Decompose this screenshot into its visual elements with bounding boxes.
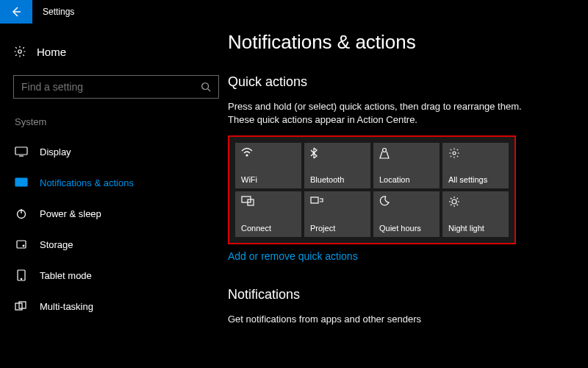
sidebar-item-power[interactable]: Power & sleep [13,198,228,229]
search-box[interactable] [13,75,219,99]
notifications-description: Get notifications from apps and other se… [228,313,544,326]
titlebar: Settings [0,0,588,24]
qa-tile-location[interactable]: Location [373,143,440,188]
qa-tile-allsettings[interactable]: All settings [442,143,509,188]
qa-tile-bluetooth[interactable]: Bluetooth [304,143,370,188]
sidebar-item-tablet[interactable]: Tablet mode [13,260,228,291]
svg-point-1 [202,83,209,90]
storage-icon [15,238,28,250]
wifi-icon [241,147,295,159]
sidebar: Home System Display Notifications & acti… [0,24,228,368]
qa-tile-quiethours[interactable]: Quiet hours [373,191,440,237]
window-title: Settings [43,7,74,17]
svg-point-17 [452,199,456,204]
sun-icon [448,196,503,208]
sidebar-item-label: Storage [40,239,74,250]
back-button[interactable] [0,0,32,24]
sidebar-item-label: Multi-tasking [40,301,93,312]
moon-icon [379,196,434,208]
connect-icon [241,196,295,208]
svg-rect-5 [17,241,26,248]
quick-actions-panel: WiFi Bluetooth Location All settings Con… [228,135,516,244]
add-remove-quick-actions-link[interactable]: Add or remove quick actions [228,250,358,262]
sidebar-item-label: Tablet mode [40,270,92,281]
multitasking-icon [15,301,28,311]
qa-tile-label: Bluetooth [310,175,365,184]
location-icon [379,147,434,159]
svg-point-6 [23,245,24,247]
page-heading: Notifications & actions [228,31,570,54]
qa-tile-nightlight[interactable]: Night light [442,191,509,237]
gear-icon [13,45,26,58]
qa-tile-project[interactable]: Project [304,191,370,237]
sidebar-item-label: Power & sleep [40,208,101,219]
category-label: System [13,116,228,127]
svg-rect-16 [311,197,318,203]
qa-tile-label: All settings [448,175,503,184]
svg-point-12 [383,149,387,152]
home-button[interactable]: Home [13,41,228,62]
quick-actions-heading: Quick actions [228,74,570,90]
qa-tile-connect[interactable]: Connect [235,191,301,237]
home-label: Home [37,46,66,58]
qa-tile-label: Night light [448,224,503,233]
notification-icon [15,177,28,188]
search-input[interactable] [21,81,190,93]
qa-tile-label: Location [379,175,434,184]
sidebar-item-label: Notifications & actions [40,177,134,188]
gear-icon [448,147,503,159]
power-icon [15,208,28,219]
sidebar-item-multitasking[interactable]: Multi-tasking [13,291,228,322]
tablet-icon [15,269,28,281]
qa-tile-wifi[interactable]: WiFi [235,143,301,188]
qa-tile-label: WiFi [241,175,295,184]
svg-rect-2 [15,147,27,155]
project-icon [310,196,365,208]
bluetooth-icon [310,147,365,159]
qa-tile-label: Project [310,224,365,233]
qa-tile-label: Connect [241,224,295,233]
main-content: Notifications & actions Quick actions Pr… [228,24,588,368]
svg-point-11 [246,155,248,156]
quick-actions-description: Press and hold (or select) quick actions… [228,100,544,127]
sidebar-item-storage[interactable]: Storage [13,229,228,260]
arrow-left-icon [10,6,22,18]
sidebar-item-display[interactable]: Display [13,136,228,167]
svg-point-0 [18,50,22,54]
svg-point-13 [453,152,456,155]
svg-point-8 [21,278,21,279]
display-icon [15,146,28,157]
qa-tile-label: Quiet hours [379,224,434,233]
sidebar-item-notifications[interactable]: Notifications & actions [13,167,228,198]
sidebar-item-label: Display [40,146,71,158]
notifications-heading: Notifications [228,287,570,302]
search-icon [201,82,211,92]
